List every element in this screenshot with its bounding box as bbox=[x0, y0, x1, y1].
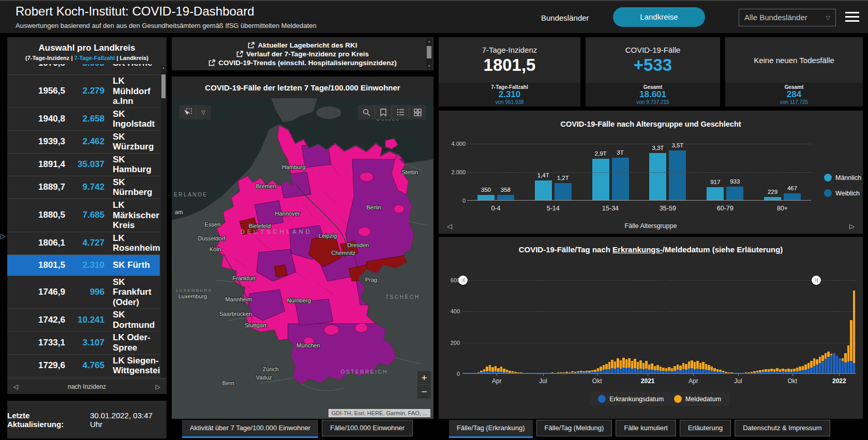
links-scrollbar[interactable]: ▲ ▼ bbox=[426, 39, 432, 69]
bundesland-filter-value: Alle Bundesländer bbox=[744, 13, 807, 22]
x-axis-label: 80+ bbox=[754, 205, 811, 212]
tab-fälle-kumuliert[interactable]: Fälle kumuliert bbox=[616, 420, 676, 436]
basemap-grid-icon[interactable] bbox=[409, 105, 426, 119]
bar-männlich[interactable]: 1,4T bbox=[535, 180, 552, 201]
list-item[interactable]: 1729,64.765LK Siegen-Wittgenstein bbox=[7, 354, 160, 377]
chevron-down-icon[interactable]: ▽ bbox=[196, 105, 211, 119]
bundesland-filter-select[interactable]: Alle Bundesländer ▽ bbox=[739, 9, 836, 26]
time-chart-plot bbox=[463, 280, 856, 374]
bar-weiblich[interactable]: 1,2T bbox=[555, 183, 572, 200]
map-label: Prag bbox=[365, 277, 377, 283]
map-svg: OstseeHamburgStettinBremenBerlinHannover… bbox=[172, 98, 433, 419]
x-tick-label: 2021 bbox=[641, 377, 655, 385]
stat-title: 7-Tage-Inzidenz bbox=[482, 45, 537, 54]
bar-männlich[interactable]: 917 bbox=[707, 187, 724, 200]
map-label: TSCHECH bbox=[385, 294, 420, 300]
tab-aktivität-über-7-tage-100-000-einwohner[interactable]: Aktivität über 7 Tage/100.000 Einwohner bbox=[182, 420, 318, 436]
scroll-thumb[interactable] bbox=[161, 74, 166, 98]
map-label: München bbox=[296, 342, 320, 348]
bar-männlich[interactable]: 2,9T bbox=[592, 159, 609, 200]
bar-weiblich[interactable]: 3T bbox=[612, 158, 629, 201]
list-item[interactable]: 1746,9996SK Frankfurt (Oder) bbox=[7, 276, 160, 309]
list-item[interactable]: 1956,52.279LK Mühldorf a.Inn bbox=[7, 74, 160, 108]
row-fallzahl: 996 bbox=[65, 287, 104, 297]
time-bar[interactable] bbox=[853, 280, 856, 373]
x-tick-label: Apr bbox=[689, 377, 698, 385]
chart-title: COVID-19-Fälle nach Altersgruppe und Ges… bbox=[439, 111, 863, 128]
range-slider-handle-right[interactable] bbox=[812, 276, 821, 285]
next-page-arrow[interactable]: ▷ bbox=[156, 383, 160, 390]
panel-expander-icon[interactable]: ▷ bbox=[1, 232, 6, 240]
pager-right-arrow[interactable]: ▷ bbox=[849, 222, 855, 230]
bar-männlich[interactable]: 3,3T bbox=[649, 153, 666, 200]
map-toolbar bbox=[358, 105, 426, 119]
bar-weiblich[interactable]: 358 bbox=[497, 195, 514, 200]
list-item[interactable]: 1880,57.685LK Märkischer Kreis bbox=[7, 199, 160, 232]
bar-männlich[interactable]: 350 bbox=[477, 195, 495, 200]
x-tick-label: 2022 bbox=[832, 377, 846, 385]
tab-erläuterung[interactable]: Erläuterung bbox=[680, 420, 731, 436]
list-item[interactable]: 1939,32.462SK Würzburg bbox=[7, 130, 160, 153]
scroll-up-icon[interactable]: ▲ bbox=[161, 66, 166, 69]
map-attribution: GDI-TH, Esri, HERE, Garmin, FAO, ... bbox=[328, 409, 430, 417]
bar-value-label: 3,3T bbox=[652, 145, 664, 151]
stat-card: COVID-19-Fälle+533Gesamt18.601von 9.737.… bbox=[586, 37, 720, 107]
district-list-scrollbar[interactable]: ▲ bbox=[161, 65, 166, 377]
tab-datenschutz-impressum[interactable]: Datenschutz & Impressum bbox=[735, 420, 830, 436]
select-tool-icon[interactable] bbox=[179, 105, 196, 119]
tab-fälle-tag-erkrankung-[interactable]: Fälle/Tag (Erkrankung) bbox=[449, 420, 533, 436]
germany-map[interactable]: OstseeHamburgStettinBremenBerlinHannover… bbox=[172, 98, 433, 419]
legend-list-icon[interactable] bbox=[392, 105, 409, 119]
scroll-thumb[interactable] bbox=[427, 46, 431, 58]
tab-fälle-tag-meldung-[interactable]: Fälle/Tag (Meldung) bbox=[536, 420, 612, 436]
row-inzidenz: 1806,1 bbox=[7, 238, 65, 248]
header: Robert Koch-Institut: COVID-19-Dashboard… bbox=[0, 0, 868, 33]
district-list-panel: Auswahl pro Landkreis (7-Tage-Inzidenz |… bbox=[7, 37, 167, 394]
row-name: LK Oder-Spree bbox=[104, 332, 160, 353]
legend-dot bbox=[598, 395, 606, 403]
list-item[interactable]: 1891,435.037SK Hamburg bbox=[7, 153, 160, 176]
list-item[interactable]: 1733,13.107LK Oder-Spree bbox=[7, 331, 160, 354]
range-slider-handle-left[interactable] bbox=[458, 276, 468, 285]
map-label: DEUTSCHLAND bbox=[241, 229, 312, 235]
list-item[interactable]: 1742,610.241SK Dortmund bbox=[7, 308, 160, 331]
list-item[interactable]: 1806,14.727LK Rosenheim bbox=[7, 232, 160, 254]
nav-landkreise[interactable]: Landkreise bbox=[613, 7, 705, 27]
bar-männlich[interactable]: 229 bbox=[764, 197, 781, 200]
external-link[interactable]: Aktueller Lagebericht des RKI bbox=[172, 41, 433, 50]
map-label: am bbox=[175, 209, 183, 215]
bar-weiblich[interactable]: 467 bbox=[784, 193, 801, 200]
bar-weiblich[interactable]: 933 bbox=[726, 187, 743, 200]
stat-card: Keine neuen TodesfälleGesamt284von 117.7… bbox=[725, 37, 863, 107]
row-name: LK Mühldorf a.Inn bbox=[104, 76, 160, 107]
stat-sub-label: 7-Tage-Fallzahl bbox=[491, 84, 528, 90]
stat-sub-value: 18.601 bbox=[639, 90, 666, 100]
list-item[interactable]: 1940,82.658SK Ingolstadt bbox=[7, 108, 160, 130]
zoom-in-button[interactable]: + bbox=[417, 371, 431, 385]
prev-page-arrow[interactable]: ◁ bbox=[13, 383, 18, 390]
nav-bundeslaender[interactable]: Bundesländer bbox=[541, 13, 589, 22]
row-fallzahl: 3.107 bbox=[65, 338, 104, 348]
scroll-up-icon[interactable]: ▲ bbox=[426, 40, 432, 43]
tab-fälle-100-000-einwohner[interactable]: Fälle/100.000 Einwohner bbox=[322, 420, 413, 436]
map-label: Mannheim bbox=[226, 296, 252, 302]
search-icon[interactable] bbox=[358, 105, 375, 119]
stat-sub-total: von 9.737.215 bbox=[636, 99, 669, 105]
row-fallzahl: 4.727 bbox=[65, 238, 104, 248]
list-item[interactable]: 1801,52.310SK Fürth bbox=[7, 254, 160, 276]
scroll-down-icon[interactable]: ▼ bbox=[426, 65, 432, 68]
age-gender-chart-panel: COVID-19-Fälle nach Altersgruppe und Ges… bbox=[439, 111, 863, 234]
list-item[interactable]: 1970,83.093SK Herne bbox=[7, 64, 160, 74]
legend: MännlichWeiblich bbox=[824, 174, 861, 197]
zoom-out-button[interactable]: − bbox=[417, 385, 431, 399]
list-item[interactable]: 1889,79.742SK Nürnberg bbox=[7, 176, 160, 199]
pager-left-arrow[interactable]: ◁ bbox=[447, 222, 452, 230]
external-link[interactable]: Verlauf der 7-Tage-Inzidenz pro Kreis bbox=[172, 50, 433, 58]
legend-item: Weiblich bbox=[824, 189, 861, 197]
bar-weiblich[interactable]: 3,5T bbox=[669, 150, 686, 200]
bookmark-icon[interactable] bbox=[375, 105, 392, 119]
external-link[interactable]: COVID-19-Trends (einschl. Hospitalisieru… bbox=[172, 58, 433, 67]
row-inzidenz: 1742,6 bbox=[7, 315, 65, 325]
menu-icon[interactable] bbox=[845, 12, 859, 24]
external-link-icon bbox=[208, 59, 215, 66]
